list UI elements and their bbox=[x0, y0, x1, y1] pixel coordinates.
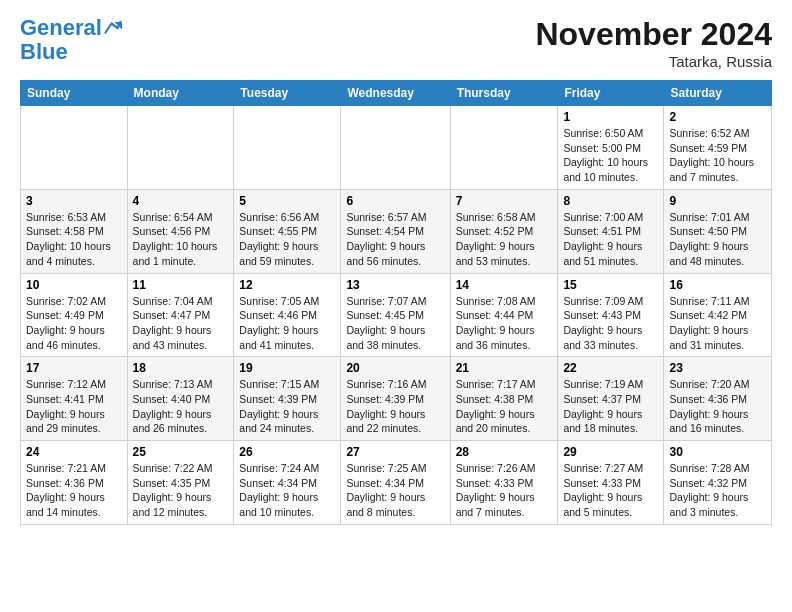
calendar-header-row: Sunday Monday Tuesday Wednesday Thursday… bbox=[21, 81, 772, 106]
day-info: Sunrise: 7:21 AM Sunset: 4:36 PM Dayligh… bbox=[26, 461, 122, 520]
day-number: 9 bbox=[669, 194, 766, 208]
day-number: 13 bbox=[346, 278, 444, 292]
table-row: 20Sunrise: 7:16 AM Sunset: 4:39 PM Dayli… bbox=[341, 357, 450, 441]
table-row bbox=[234, 106, 341, 190]
day-number: 27 bbox=[346, 445, 444, 459]
day-info: Sunrise: 7:08 AM Sunset: 4:44 PM Dayligh… bbox=[456, 294, 553, 353]
calendar-week-row: 24Sunrise: 7:21 AM Sunset: 4:36 PM Dayli… bbox=[21, 441, 772, 525]
day-info: Sunrise: 7:12 AM Sunset: 4:41 PM Dayligh… bbox=[26, 377, 122, 436]
day-number: 25 bbox=[133, 445, 229, 459]
day-info: Sunrise: 7:07 AM Sunset: 4:45 PM Dayligh… bbox=[346, 294, 444, 353]
table-row: 1Sunrise: 6:50 AM Sunset: 5:00 PM Daylig… bbox=[558, 106, 664, 190]
day-number: 6 bbox=[346, 194, 444, 208]
day-number: 14 bbox=[456, 278, 553, 292]
day-info: Sunrise: 7:22 AM Sunset: 4:35 PM Dayligh… bbox=[133, 461, 229, 520]
day-info: Sunrise: 6:54 AM Sunset: 4:56 PM Dayligh… bbox=[133, 210, 229, 269]
day-info: Sunrise: 6:52 AM Sunset: 4:59 PM Dayligh… bbox=[669, 126, 766, 185]
day-number: 21 bbox=[456, 361, 553, 375]
table-row bbox=[341, 106, 450, 190]
table-row: 28Sunrise: 7:26 AM Sunset: 4:33 PM Dayli… bbox=[450, 441, 558, 525]
calendar-week-row: 1Sunrise: 6:50 AM Sunset: 5:00 PM Daylig… bbox=[21, 106, 772, 190]
logo: General Blue bbox=[20, 16, 122, 64]
calendar-week-row: 3Sunrise: 6:53 AM Sunset: 4:58 PM Daylig… bbox=[21, 189, 772, 273]
day-number: 30 bbox=[669, 445, 766, 459]
location: Tatarka, Russia bbox=[535, 53, 772, 70]
calendar-week-row: 10Sunrise: 7:02 AM Sunset: 4:49 PM Dayli… bbox=[21, 273, 772, 357]
table-row: 8Sunrise: 7:00 AM Sunset: 4:51 PM Daylig… bbox=[558, 189, 664, 273]
month-title: November 2024 bbox=[535, 16, 772, 53]
title-block: November 2024 Tatarka, Russia bbox=[535, 16, 772, 70]
day-number: 15 bbox=[563, 278, 658, 292]
day-number: 26 bbox=[239, 445, 335, 459]
col-friday: Friday bbox=[558, 81, 664, 106]
day-number: 20 bbox=[346, 361, 444, 375]
day-info: Sunrise: 6:58 AM Sunset: 4:52 PM Dayligh… bbox=[456, 210, 553, 269]
calendar-week-row: 17Sunrise: 7:12 AM Sunset: 4:41 PM Dayli… bbox=[21, 357, 772, 441]
day-number: 3 bbox=[26, 194, 122, 208]
col-wednesday: Wednesday bbox=[341, 81, 450, 106]
day-number: 4 bbox=[133, 194, 229, 208]
table-row: 3Sunrise: 6:53 AM Sunset: 4:58 PM Daylig… bbox=[21, 189, 128, 273]
table-row: 25Sunrise: 7:22 AM Sunset: 4:35 PM Dayli… bbox=[127, 441, 234, 525]
day-number: 11 bbox=[133, 278, 229, 292]
day-info: Sunrise: 6:50 AM Sunset: 5:00 PM Dayligh… bbox=[563, 126, 658, 185]
day-info: Sunrise: 6:53 AM Sunset: 4:58 PM Dayligh… bbox=[26, 210, 122, 269]
table-row: 10Sunrise: 7:02 AM Sunset: 4:49 PM Dayli… bbox=[21, 273, 128, 357]
day-number: 18 bbox=[133, 361, 229, 375]
day-number: 29 bbox=[563, 445, 658, 459]
table-row: 26Sunrise: 7:24 AM Sunset: 4:34 PM Dayli… bbox=[234, 441, 341, 525]
day-number: 10 bbox=[26, 278, 122, 292]
day-info: Sunrise: 7:24 AM Sunset: 4:34 PM Dayligh… bbox=[239, 461, 335, 520]
col-monday: Monday bbox=[127, 81, 234, 106]
table-row: 24Sunrise: 7:21 AM Sunset: 4:36 PM Dayli… bbox=[21, 441, 128, 525]
day-number: 17 bbox=[26, 361, 122, 375]
day-number: 22 bbox=[563, 361, 658, 375]
day-info: Sunrise: 7:19 AM Sunset: 4:37 PM Dayligh… bbox=[563, 377, 658, 436]
day-info: Sunrise: 7:00 AM Sunset: 4:51 PM Dayligh… bbox=[563, 210, 658, 269]
table-row bbox=[21, 106, 128, 190]
day-number: 8 bbox=[563, 194, 658, 208]
table-row: 5Sunrise: 6:56 AM Sunset: 4:55 PM Daylig… bbox=[234, 189, 341, 273]
table-row: 14Sunrise: 7:08 AM Sunset: 4:44 PM Dayli… bbox=[450, 273, 558, 357]
logo-text2: Blue bbox=[20, 40, 122, 64]
table-row: 22Sunrise: 7:19 AM Sunset: 4:37 PM Dayli… bbox=[558, 357, 664, 441]
day-info: Sunrise: 7:13 AM Sunset: 4:40 PM Dayligh… bbox=[133, 377, 229, 436]
day-number: 24 bbox=[26, 445, 122, 459]
col-saturday: Saturday bbox=[664, 81, 772, 106]
day-info: Sunrise: 7:16 AM Sunset: 4:39 PM Dayligh… bbox=[346, 377, 444, 436]
table-row: 9Sunrise: 7:01 AM Sunset: 4:50 PM Daylig… bbox=[664, 189, 772, 273]
day-info: Sunrise: 6:56 AM Sunset: 4:55 PM Dayligh… bbox=[239, 210, 335, 269]
table-row bbox=[450, 106, 558, 190]
header: General Blue November 2024 Tatarka, Russ… bbox=[20, 16, 772, 70]
day-info: Sunrise: 7:25 AM Sunset: 4:34 PM Dayligh… bbox=[346, 461, 444, 520]
table-row: 15Sunrise: 7:09 AM Sunset: 4:43 PM Dayli… bbox=[558, 273, 664, 357]
day-info: Sunrise: 7:02 AM Sunset: 4:49 PM Dayligh… bbox=[26, 294, 122, 353]
day-info: Sunrise: 7:17 AM Sunset: 4:38 PM Dayligh… bbox=[456, 377, 553, 436]
day-number: 16 bbox=[669, 278, 766, 292]
day-info: Sunrise: 7:27 AM Sunset: 4:33 PM Dayligh… bbox=[563, 461, 658, 520]
day-number: 28 bbox=[456, 445, 553, 459]
day-info: Sunrise: 7:26 AM Sunset: 4:33 PM Dayligh… bbox=[456, 461, 553, 520]
table-row: 4Sunrise: 6:54 AM Sunset: 4:56 PM Daylig… bbox=[127, 189, 234, 273]
day-info: Sunrise: 7:05 AM Sunset: 4:46 PM Dayligh… bbox=[239, 294, 335, 353]
col-tuesday: Tuesday bbox=[234, 81, 341, 106]
col-thursday: Thursday bbox=[450, 81, 558, 106]
page: General Blue November 2024 Tatarka, Russ… bbox=[0, 0, 792, 535]
table-row: 29Sunrise: 7:27 AM Sunset: 4:33 PM Dayli… bbox=[558, 441, 664, 525]
table-row: 30Sunrise: 7:28 AM Sunset: 4:32 PM Dayli… bbox=[664, 441, 772, 525]
table-row: 13Sunrise: 7:07 AM Sunset: 4:45 PM Dayli… bbox=[341, 273, 450, 357]
day-number: 5 bbox=[239, 194, 335, 208]
col-sunday: Sunday bbox=[21, 81, 128, 106]
table-row: 21Sunrise: 7:17 AM Sunset: 4:38 PM Dayli… bbox=[450, 357, 558, 441]
table-row: 18Sunrise: 7:13 AM Sunset: 4:40 PM Dayli… bbox=[127, 357, 234, 441]
table-row: 6Sunrise: 6:57 AM Sunset: 4:54 PM Daylig… bbox=[341, 189, 450, 273]
day-info: Sunrise: 7:01 AM Sunset: 4:50 PM Dayligh… bbox=[669, 210, 766, 269]
day-number: 7 bbox=[456, 194, 553, 208]
day-info: Sunrise: 7:09 AM Sunset: 4:43 PM Dayligh… bbox=[563, 294, 658, 353]
day-number: 1 bbox=[563, 110, 658, 124]
calendar: Sunday Monday Tuesday Wednesday Thursday… bbox=[20, 80, 772, 525]
day-number: 19 bbox=[239, 361, 335, 375]
day-info: Sunrise: 7:20 AM Sunset: 4:36 PM Dayligh… bbox=[669, 377, 766, 436]
day-number: 2 bbox=[669, 110, 766, 124]
day-number: 23 bbox=[669, 361, 766, 375]
